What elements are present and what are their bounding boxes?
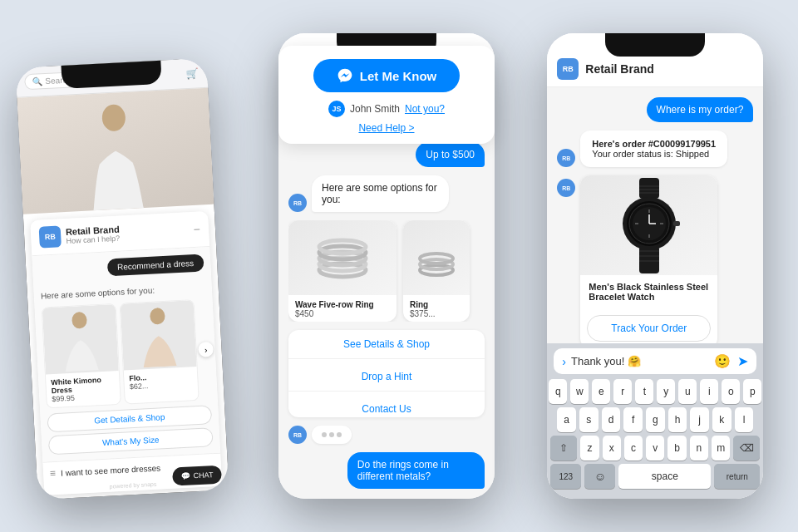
chat-bubble-icon: 💬 (180, 472, 190, 481)
svg-point-1 (71, 311, 87, 328)
key-m[interactable]: m (712, 436, 730, 461)
product-card-2: Flo... $62... (119, 299, 199, 405)
right-phone: RB Retail Brand Where is my order? RB He… (547, 33, 763, 499)
brand-info: Retail Brand How can I help? (65, 224, 120, 245)
fb-card: Let Me Know JS John Smith Not you? Need … (278, 46, 495, 144)
ring-svg-1 (309, 224, 376, 291)
watch-svg (608, 178, 691, 273)
svg-rect-11 (639, 178, 659, 199)
ring-image-2 (403, 220, 470, 295)
key-s[interactable]: s (579, 407, 598, 432)
bot-avatar-right-2: RB (557, 179, 575, 197)
typing-indicator (312, 426, 352, 444)
user-order-row: Where is my order? (557, 97, 753, 122)
key-space[interactable]: space (618, 464, 711, 489)
key-v[interactable]: v (646, 436, 664, 461)
key-j[interactable]: j (690, 407, 709, 432)
let-me-know-label: Let Me Know (360, 69, 437, 83)
left-phone: 🔍 Search Sign In 🛒 RB (15, 58, 229, 500)
cart-icon[interactable]: 🛒 (185, 67, 199, 80)
fb-not-you-link[interactable]: Not you? (405, 103, 445, 115)
key-num[interactable]: 123 (550, 464, 581, 489)
ring-name-2: Ring (410, 300, 463, 309)
user-msg-row-1: Up to $500 (288, 142, 485, 167)
watch-image (580, 175, 717, 275)
key-r[interactable]: r (613, 379, 632, 404)
key-c[interactable]: c (624, 436, 643, 461)
key-p[interactable]: p (743, 379, 761, 404)
key-h[interactable]: h (668, 407, 687, 432)
drop-hint-btn[interactable]: Drop a Hint (288, 362, 485, 392)
keyboard: › Thank you! 🤗 🙂 ➤ q w e r t y u i o p a (547, 343, 763, 499)
keyboard-input-display[interactable]: Thank you! 🤗 (571, 355, 709, 367)
svg-rect-22 (673, 221, 680, 226)
key-l[interactable]: l (735, 407, 754, 432)
minimize-button[interactable]: − (193, 223, 200, 236)
rb-avatar-left: RB (38, 225, 61, 248)
product-card-body-2: Ring $375... (403, 295, 470, 322)
emoji-icon[interactable]: 🙂 (714, 353, 731, 369)
fb-user-row: JS John Smith Not you? (295, 101, 478, 117)
carousel-next[interactable]: › (198, 342, 214, 357)
fb-user-name: John Smith (350, 103, 400, 115)
right-brand-name: Retail Brand (585, 62, 653, 76)
bot-bubble-2: Here are some options for you: (312, 175, 449, 212)
key-d[interactable]: d (602, 407, 621, 432)
key-f[interactable]: f (623, 407, 643, 432)
mid-chat-body: RB And how much are you looking to spend… (278, 87, 495, 499)
product-info-1: White Kimono Dress $99.95 (46, 371, 121, 408)
key-z[interactable]: z (580, 436, 598, 461)
key-b[interactable]: b (667, 436, 686, 461)
key-g[interactable]: g (646, 407, 665, 432)
messenger-icon (337, 67, 353, 84)
chat-widget: RB Retail Brand How can I help? − Recomm… (30, 211, 222, 495)
keyboard-row-1: q w e r t y u i o p (550, 379, 760, 404)
fb-user-avatar: JS (328, 101, 345, 117)
key-i[interactable]: i (700, 379, 718, 404)
whats-my-size-btn[interactable]: What's My Size (47, 427, 213, 455)
key-emoji[interactable]: ☺ (584, 464, 615, 489)
hamburger-icon[interactable]: ≡ (49, 467, 56, 479)
fb-need-help[interactable]: Need Help > (295, 122, 478, 134)
svg-point-2 (150, 307, 165, 324)
key-n[interactable]: n (690, 436, 708, 461)
key-t[interactable]: t (635, 379, 653, 404)
key-q[interactable]: q (549, 379, 567, 404)
user-bubble-1: Up to $500 (416, 142, 485, 167)
chat-bubble-widget[interactable]: 💬 CHAT (172, 466, 222, 486)
product-info-2: Flo... $62... (123, 367, 197, 396)
chat-actions: Get Details & Shop What's My Size (47, 405, 213, 455)
key-w[interactable]: w (570, 379, 589, 404)
key-x[interactable]: x (603, 436, 621, 461)
key-y[interactable]: y (657, 379, 675, 404)
see-details-btn[interactable]: See Details & Shop (288, 330, 485, 359)
key-k[interactable]: k (712, 407, 732, 432)
watch-info: Men's Black Stainless Steel Bracelet Wat… (580, 275, 717, 308)
key-shift[interactable]: ⇧ (550, 436, 577, 461)
ring-svg-2 (411, 224, 461, 291)
contact-us-btn[interactable]: Contact Us (288, 395, 485, 417)
key-delete[interactable]: ⌫ (733, 436, 760, 461)
key-u[interactable]: u (678, 379, 697, 404)
keyboard-row-3: ⇧ z x c v b n m ⌫ (550, 436, 760, 461)
watch-product-card: Men's Black Stainless Steel Bracelet Wat… (580, 175, 717, 348)
order-id-text: Here's order #C00099179951 (592, 139, 716, 149)
key-e[interactable]: e (592, 379, 610, 404)
dot-2 (329, 432, 334, 437)
user-bubble-2: Do the rings come in different metals? (347, 452, 485, 489)
keyboard-input-row[interactable]: › Thank you! 🤗 🙂 ➤ (554, 348, 756, 374)
right-chat-body: Where is my order? RB Here's order #C000… (547, 87, 763, 387)
ring-price-1: $450 (295, 309, 390, 318)
key-return[interactable]: return (714, 464, 760, 489)
send-icon[interactable]: ➤ (737, 353, 748, 369)
let-me-know-button[interactable]: Let Me Know (313, 59, 461, 92)
bot-avatar-2: RB (288, 194, 307, 212)
center-column: Let Me Know JS John Smith Not you? Need … (278, 33, 495, 499)
hero-person-svg (79, 91, 151, 211)
key-o[interactable]: o (722, 379, 740, 404)
svg-rect-23 (639, 246, 659, 273)
recommend-pill: Recommend a dress (106, 254, 204, 276)
key-a[interactable]: a (557, 407, 576, 432)
track-order-btn[interactable]: Track Your Order (587, 315, 711, 342)
product-image-2 (120, 300, 196, 370)
